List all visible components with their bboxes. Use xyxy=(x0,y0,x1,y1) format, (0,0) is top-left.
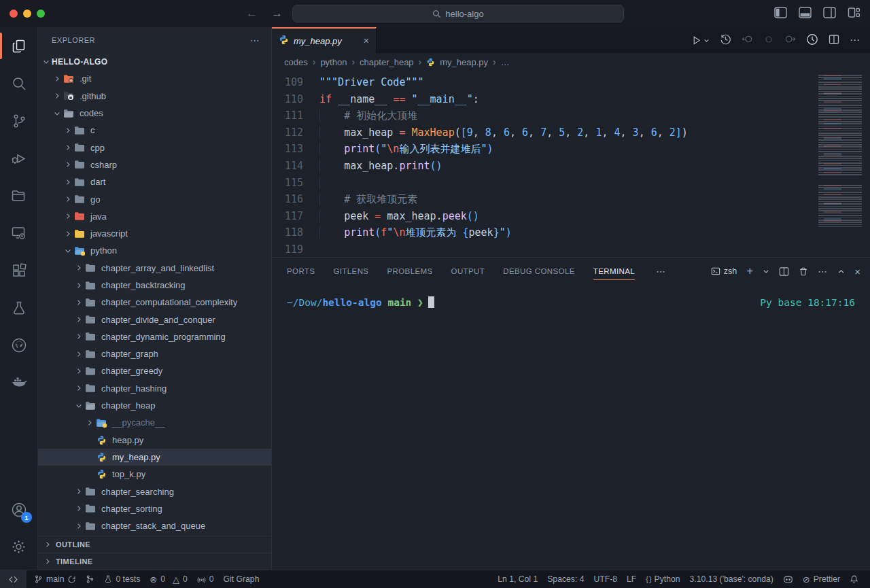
run-debug-icon[interactable] xyxy=(0,139,37,177)
tree-item[interactable]: cpp xyxy=(38,139,271,156)
tree-item[interactable]: go xyxy=(38,190,271,207)
tree-item[interactable]: chapter_computational_complexity xyxy=(38,294,271,311)
project-manager-icon[interactable] xyxy=(0,177,37,214)
explorer-more-actions-icon[interactable]: ⋯ xyxy=(250,35,260,46)
prettier-indicator[interactable]: ⊘ Prettier xyxy=(798,570,845,588)
outline-section[interactable]: OUTLINE xyxy=(38,536,271,553)
tree-item[interactable]: chapter_greedy xyxy=(38,362,271,379)
breadcrumb-codes[interactable]: codes xyxy=(284,57,308,67)
nav-forward-icon[interactable]: → xyxy=(271,7,283,20)
tree-item[interactable]: top_k.py xyxy=(38,466,271,483)
split-terminal-icon[interactable] xyxy=(779,266,789,277)
gitlens-forward-icon[interactable] xyxy=(784,33,796,47)
gitlens-compare-icon[interactable] xyxy=(763,34,774,47)
encoding-indicator[interactable]: UTF-8 xyxy=(589,570,622,588)
remote-indicator[interactable] xyxy=(0,570,27,588)
tree-item[interactable]: chapter_array_and_linkedlist xyxy=(38,260,271,277)
github-icon[interactable] xyxy=(0,326,37,364)
language-mode[interactable]: { } Python xyxy=(641,570,684,588)
tree-item[interactable]: python xyxy=(38,242,271,259)
breadcrumb[interactable]: codes› python› chapter_heap› my_heap.py›… xyxy=(272,53,870,71)
tree-item[interactable]: __pycache__ xyxy=(38,414,271,431)
minimize-window-button[interactable] xyxy=(23,10,31,18)
breadcrumb-python[interactable]: python xyxy=(320,57,347,67)
notifications-bell-icon[interactable] xyxy=(845,570,863,588)
breadcrumb-chapter-heap[interactable]: chapter_heap xyxy=(360,57,414,67)
run-python-file-icon[interactable] xyxy=(691,35,710,46)
close-window-button[interactable] xyxy=(10,10,18,18)
tab-close-icon[interactable]: × xyxy=(364,35,369,46)
breadcrumb-symbol[interactable]: … xyxy=(501,57,510,67)
docker-icon[interactable] xyxy=(0,364,37,401)
panel-tab-output[interactable]: OUTPUT xyxy=(451,258,485,285)
tree-item[interactable]: HELLO-ALGO xyxy=(38,53,271,70)
cursor-position[interactable]: Ln 1, Col 1 xyxy=(493,570,542,588)
tree-item[interactable]: chapter_hashing xyxy=(38,380,271,397)
zoom-window-button[interactable] xyxy=(37,10,45,18)
timeline-history-icon[interactable] xyxy=(720,33,731,47)
panel-tab-debug-console[interactable]: DEBUG CONSOLE xyxy=(503,258,575,285)
indentation-indicator[interactable]: Spaces: 4 xyxy=(542,570,589,588)
search-view-icon[interactable] xyxy=(0,65,37,102)
tree-item[interactable]: chapter_backtracking xyxy=(38,277,271,294)
close-panel-icon[interactable]: × xyxy=(854,266,860,277)
tree-item[interactable]: heap.py xyxy=(38,432,271,449)
tree-item[interactable]: chapter_stack_and_queue xyxy=(38,517,271,534)
extensions-icon[interactable] xyxy=(0,252,37,289)
tests-indicator[interactable]: 0 tests xyxy=(99,570,145,588)
breadcrumb-file[interactable]: my_heap.py xyxy=(440,57,488,67)
accounts-icon[interactable]: 1 xyxy=(0,491,37,528)
code-editor[interactable]: 109"""Driver Code"""110if __name__ == "_… xyxy=(272,71,870,257)
tree-item[interactable]: my_heap.py xyxy=(38,449,271,466)
panel-tabs-more-icon[interactable]: ⋯ xyxy=(656,266,666,277)
toggle-panel-icon[interactable] xyxy=(799,7,812,18)
file-tree[interactable]: HELLO-ALGO.git.githubcodesccppcsharpdart… xyxy=(38,53,271,536)
panel-tab-terminal[interactable]: TERMINAL xyxy=(593,258,635,285)
tree-item[interactable]: .github xyxy=(38,88,271,105)
toggle-primary-sidebar-icon[interactable] xyxy=(774,7,787,18)
tree-item[interactable]: codes xyxy=(38,105,271,122)
terminal-dropdown-icon[interactable] xyxy=(763,268,769,275)
remote-explorer-icon[interactable] xyxy=(0,214,37,252)
eol-indicator[interactable]: LF xyxy=(622,570,641,588)
nav-back-icon[interactable]: ← xyxy=(246,7,258,20)
terminal-profile[interactable]: zsh xyxy=(711,266,737,276)
tree-item[interactable]: .git xyxy=(38,70,271,87)
tab-my-heap[interactable]: my_heap.py × xyxy=(272,27,377,53)
maximize-panel-icon[interactable] xyxy=(837,268,845,275)
tree-item[interactable]: dart xyxy=(38,173,271,190)
panel-more-actions-icon[interactable]: ⋯ xyxy=(818,266,828,277)
terminal-content[interactable]: ~/Dow/hello-algo main ❯ Py base 18:17:16 xyxy=(272,285,870,570)
tree-item[interactable]: chapter_graph xyxy=(38,345,271,362)
timeline-section[interactable]: TIMELINE xyxy=(38,553,271,570)
git-graph-status-icon[interactable] xyxy=(81,570,99,588)
kill-terminal-icon[interactable] xyxy=(799,266,808,277)
tree-item[interactable]: java xyxy=(38,208,271,225)
editor-more-actions-icon[interactable]: ⋯ xyxy=(850,34,860,46)
testing-icon[interactable] xyxy=(0,289,37,326)
source-control-icon[interactable] xyxy=(0,102,37,139)
toggle-secondary-sidebar-icon[interactable] xyxy=(823,7,836,18)
panel-tab-ports[interactable]: PORTS xyxy=(287,258,315,285)
tree-item[interactable]: javascript xyxy=(38,225,271,242)
branch-indicator[interactable]: main xyxy=(29,570,81,588)
explorer-icon[interactable] xyxy=(0,27,37,65)
problems-indicator[interactable]: ⊗ 0 △ 0 xyxy=(145,570,192,588)
tree-item[interactable]: chapter_heap xyxy=(38,397,271,414)
gitlens-back-icon[interactable] xyxy=(742,33,753,47)
split-editor-icon[interactable] xyxy=(829,34,839,47)
tree-item[interactable]: chapter_searching xyxy=(38,483,271,500)
ports-indicator[interactable]: 0 xyxy=(192,570,219,588)
command-center-search[interactable]: hello-algo xyxy=(292,5,624,22)
git-graph-item[interactable]: Git Graph xyxy=(219,570,264,588)
tree-item[interactable]: chapter_sorting xyxy=(38,500,271,517)
tree-item[interactable]: c xyxy=(38,122,271,139)
python-interpreter[interactable]: 3.10.13 ('base': conda) xyxy=(685,570,778,588)
tree-item[interactable]: chapter_divide_and_conquer xyxy=(38,311,271,328)
new-terminal-icon[interactable]: + xyxy=(746,264,753,278)
tree-item[interactable]: chapter_dynamic_programming xyxy=(38,328,271,345)
panel-tab-gitlens[interactable]: GITLENS xyxy=(333,258,368,285)
copilot-icon[interactable] xyxy=(778,570,798,588)
settings-gear-icon[interactable] xyxy=(0,528,37,566)
tree-item[interactable]: csharp xyxy=(38,156,271,173)
